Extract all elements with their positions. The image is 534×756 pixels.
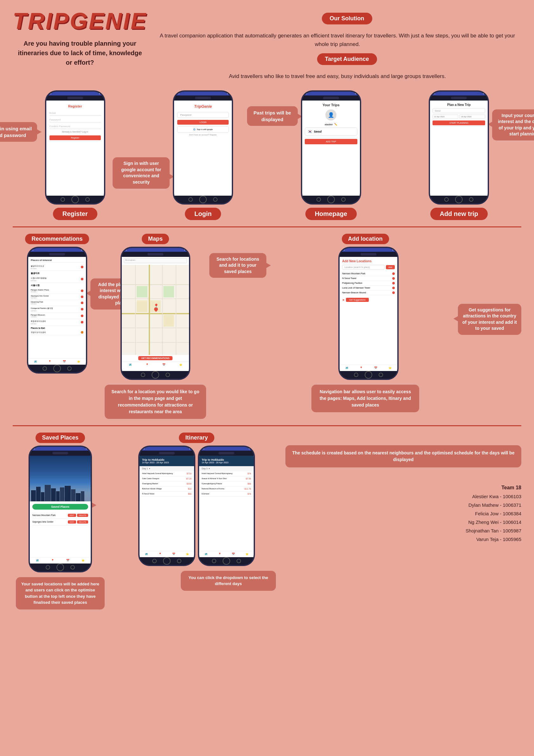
- rec-item-1[interactable]: 팔당마이이도교0.4 km: [31, 264, 83, 271]
- solution-badge: Our Solution: [322, 13, 372, 24]
- start-planning-btn[interactable]: START PLANNING: [433, 121, 485, 125]
- team-member-6: Varun Teja - 1005965: [285, 535, 521, 544]
- team-member-2: Dylan Mathew - 1006371: [285, 501, 521, 509]
- newtrip-destination[interactable]: Seoul: [433, 108, 485, 113]
- recs-notch: [28, 252, 86, 257]
- recs-phone-bottom: [28, 365, 86, 372]
- itin1-header: Trip to Hokkaido 14 Apr 2023 - 28 Apr 20…: [140, 456, 194, 466]
- rec-item-9[interactable]: 국생이도이도관리: [31, 330, 83, 335]
- register-label: Register: [53, 208, 97, 220]
- callout-schedule: The schedule is created based on the nea…: [285, 445, 521, 468]
- team-info: Team 18 Alestier Kwa - 1006103 Dylan Mat…: [285, 483, 521, 544]
- callout-navbar: Navigation bar allows user to easily acc…: [311, 385, 419, 412]
- saved-status-bar: 9:41●●●: [30, 447, 91, 451]
- recent-btn: [469, 197, 473, 202]
- home-btn[interactable]: [327, 196, 335, 203]
- header-section: TRIPGENIE Are you having trouble plannin…: [0, 0, 534, 87]
- recs-title: Places of Interest: [31, 259, 83, 262]
- addloc-search[interactable]: Location (search to place): [342, 265, 385, 270]
- login-password[interactable]: Password: [177, 112, 228, 118]
- addlocation-phone: 9:41●●● Add New Locations Location (sear…: [338, 247, 399, 380]
- addloc-item-2[interactable]: N Seoul Tower: [342, 276, 395, 281]
- saved-overlay: Saved Places Namsan Mountain Park EDIT D…: [30, 501, 91, 557]
- login-register-link[interactable]: Don't have an account? Register: [177, 134, 228, 136]
- maps-section-label: Maps: [142, 234, 169, 244]
- register-login-link[interactable]: Already a member? Log in: [49, 131, 101, 133]
- team-member-1: Alestier Kwa - 1006103: [285, 492, 521, 501]
- addloc-add-btn[interactable]: Add: [386, 265, 395, 269]
- home-btn[interactable]: [199, 196, 207, 203]
- newtrip-end-date[interactable]: 16 Apr 2023: [460, 115, 485, 119]
- maps-phone: 9:41●●● Birmingham: [120, 247, 190, 380]
- rec-item-2[interactable]: 시청(나에이원원일0.5 km: [31, 276, 83, 283]
- rec-item-5[interactable]: Hwaneng Park1.5 km: [31, 300, 83, 306]
- register-email-field: Email: [49, 111, 101, 116]
- home-status-bar: 9:41●●●: [302, 92, 360, 95]
- maps-get-recs-btn[interactable]: GET RECOMMENDATIONS: [122, 355, 189, 362]
- newtrip-start-date[interactable]: 11 Apr 2023: [433, 115, 458, 119]
- recs-screen: Places of Interest 팔당마이이도교0.4 km 불광마트 시청…: [28, 257, 86, 358]
- addlocation-section-label: Add location: [342, 234, 389, 244]
- edit-btn-2[interactable]: EDIT: [68, 520, 76, 524]
- callout-dropdown: You can click the dropdown to select the…: [181, 571, 276, 591]
- login-button[interactable]: LOGIN: [177, 120, 228, 124]
- callout-get-suggestions: Get suggestions for attractions in the c…: [458, 304, 521, 335]
- addloc-item-3[interactable]: Podpalcong Pavilion: [342, 281, 395, 286]
- seoul-trip-item[interactable]: 🇰🇷 Seoul: [305, 127, 358, 136]
- home-btn[interactable]: [163, 557, 171, 565]
- addloc-item-4[interactable]: Luna Lock of Namsan Tower: [342, 286, 395, 290]
- register-button[interactable]: Register: [49, 135, 101, 140]
- rec-item-4[interactable]: Sejongno Arts Center1.0 km: [31, 294, 83, 300]
- maps-notch: [122, 252, 189, 257]
- rec-section: 불광마트: [31, 272, 83, 275]
- left-header: TRIPGENIE Are you having trouble plannin…: [13, 10, 147, 67]
- row2-divider: [13, 425, 521, 426]
- itinerary-container: Itinerary 9:41●●● Trip to Hokkaido 14 Ap…: [117, 433, 276, 591]
- maps-search-bar[interactable]: Birmingham: [124, 258, 187, 263]
- login-notch: [174, 95, 232, 100]
- callout-google: Sign in with user google account for con…: [113, 157, 170, 188]
- login-google-btn[interactable]: G Sign in with google: [177, 126, 228, 133]
- recent-btn: [213, 197, 218, 202]
- home-btn[interactable]: [56, 563, 64, 571]
- addloc-item-5[interactable]: Namsan Beacon Mound: [342, 290, 395, 295]
- home-btn[interactable]: [151, 371, 159, 379]
- home-btn[interactable]: [455, 196, 463, 203]
- delete-btn-2[interactable]: DELETE: [77, 520, 88, 524]
- home-btn[interactable]: [223, 557, 230, 565]
- recent-btn: [85, 197, 90, 202]
- row1-divider: [13, 227, 521, 228]
- itin2-item-4: National Museum of Korea$11.7k: [199, 486, 254, 492]
- register-phone-container: Sign in using email and password 9:41●●●…: [45, 90, 105, 220]
- recs-navbar: 🗺️📍📅⭐: [28, 358, 86, 365]
- saved-item-1: Namsan Mountain Park EDIT DELETE: [32, 512, 88, 519]
- login-phone-bottom: [174, 196, 232, 203]
- itin1-notch: [140, 451, 194, 456]
- get-suggestions-btn[interactable]: ➤ Get Suggestions: [342, 298, 395, 302]
- rec-item-3[interactable]: Pangyo Station Plaza1.0 km: [31, 288, 83, 294]
- home-btn[interactable]: [71, 196, 79, 203]
- rec-item-6[interactable]: Octagonal Pavilion 팔각정1.0 km: [31, 306, 83, 313]
- delete-btn-1[interactable]: DELETE: [77, 514, 88, 517]
- add-trip-button[interactable]: ADD TRIP: [305, 139, 358, 144]
- rec-item-8[interactable]: 희창위의이도관리0.8 km: [31, 319, 83, 326]
- homepage-phone-container: Past trips will be displayed 9:41●●● You…: [301, 90, 361, 220]
- team-member-4: Ng Zheng Wei - 1006014: [285, 518, 521, 526]
- recent-btn: [237, 559, 241, 563]
- itin1-day-dropdown[interactable]: Day 1 ▾: [140, 466, 194, 471]
- addloc-notch: [340, 252, 397, 257]
- itinerary-phone-2: 9:41●●● Trip to Hokkaido 14 Apr 2023 - 2…: [198, 446, 255, 566]
- rec-item-7[interactable]: Pangyo Museum1.0 km: [31, 313, 83, 319]
- addloc-item-1[interactable]: Namsan Mountain Park: [342, 271, 395, 276]
- addloc-title: Add New Locations: [342, 259, 395, 263]
- callout-signin-email: Sign in using email and password: [0, 122, 37, 142]
- home-btn[interactable]: [53, 365, 61, 372]
- right-header: Our Solution A travel companion applicat…: [153, 10, 521, 81]
- itinerary-label: Itinerary: [179, 433, 214, 443]
- recent-btn: [379, 373, 383, 377]
- edit-btn-1[interactable]: EDIT: [68, 514, 76, 517]
- optimise-btn[interactable]: Saved Places: [32, 504, 88, 510]
- home-btn[interactable]: [365, 371, 372, 379]
- itin2-day-dropdown[interactable]: Day 3 ▾: [199, 466, 254, 471]
- back-btn: [61, 197, 65, 202]
